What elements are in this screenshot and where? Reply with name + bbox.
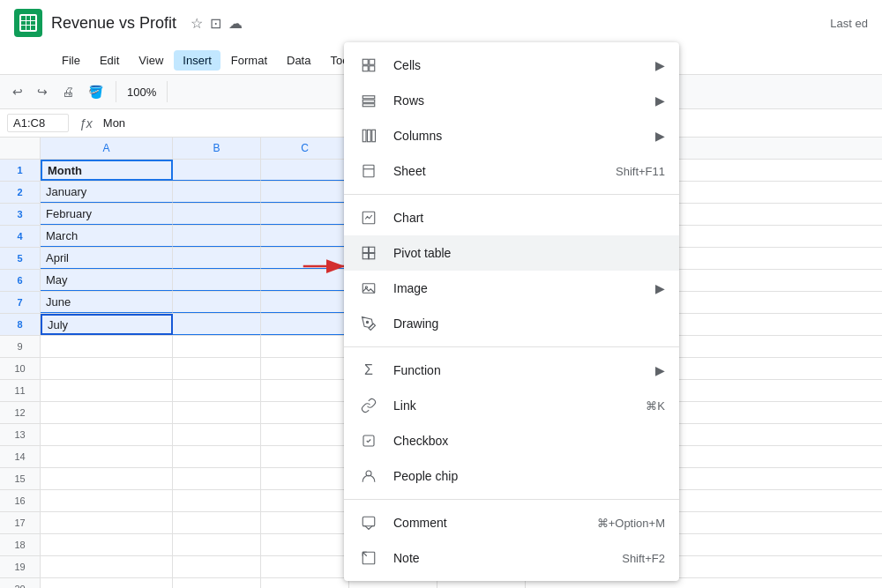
cell-b1[interactable] [173,160,261,181]
menu-item-chart[interactable]: Chart [344,200,679,235]
cell-b6[interactable] [173,270,261,291]
print-button[interactable]: 🖨 [56,81,79,102]
cell-a1[interactable]: Month [41,160,173,181]
link-icon [358,398,379,413]
people-chip-icon [358,468,379,484]
menu-edit[interactable]: Edit [91,50,128,71]
cell-c4[interactable] [261,226,349,247]
menu-item-people-chip[interactable]: People chip [344,458,679,494]
rows-icon [358,93,379,108]
checkbox-icon [358,433,379,449]
comment-icon [358,515,379,531]
menu-item-image[interactable]: Image ▶ [344,271,679,306]
comment-label: Comment [393,516,597,530]
menu-item-comment[interactable]: Comment ⌘+Option+M [344,505,679,540]
drawing-icon [358,316,379,331]
folder-icon[interactable]: ⊡ [210,15,221,32]
svg-rect-5 [370,66,375,71]
drawing-label: Drawing [393,316,665,331]
row-num-1: 1 [0,160,41,181]
svg-rect-12 [363,165,374,177]
toolbar-divider-1 [116,81,116,102]
cell-a5[interactable]: April [41,248,173,269]
cloud-icon[interactable]: ☁ [228,15,243,32]
image-icon [358,280,379,296]
cell-a4[interactable]: March [41,226,173,247]
row-num-5: 5 [0,248,41,269]
col-header-c[interactable]: C [261,138,349,159]
cell-a3[interactable]: February [41,204,173,225]
cell-c8[interactable] [261,314,349,335]
svg-rect-7 [363,100,375,102]
undo-button[interactable]: ↩ [7,81,28,102]
row-num-3: 3 [0,204,41,225]
menu-item-rows[interactable]: Rows ▶ [344,83,679,118]
svg-rect-2 [363,59,368,64]
redo-button[interactable]: ↪ [32,81,53,102]
svg-rect-10 [368,130,371,142]
svg-rect-4 [363,66,368,71]
row-num-6: 6 [0,270,41,291]
cell-c2[interactable] [261,182,349,203]
paint-format-button[interactable]: 🪣 [83,81,108,102]
cell-b2[interactable] [173,182,261,203]
people-chip-label: People chip [393,469,665,483]
app-icon [14,9,42,37]
menu-format[interactable]: Format [222,50,276,71]
toolbar-divider-2 [167,81,168,102]
divider-2 [344,346,679,347]
cells-arrow: ▶ [655,58,665,72]
columns-label: Columns [393,129,648,143]
menu-data[interactable]: Data [278,50,319,71]
cell-reference[interactable]: A1:C8 [7,114,69,132]
cell-b7[interactable] [173,292,261,313]
sheet-icon [358,163,379,179]
row-num-9: 9 [0,336,41,357]
cell-c1[interactable] [261,160,349,181]
svg-rect-11 [372,130,376,142]
menu-item-columns[interactable]: Columns ▶ [344,118,679,153]
menu-item-checkbox[interactable]: Checkbox [344,423,679,458]
menu-item-drawing[interactable]: Drawing [344,306,679,341]
columns-icon [358,128,379,144]
menu-item-function[interactable]: Σ Function ▶ [344,353,679,388]
menu-item-pivot-table[interactable]: Pivot table [344,235,679,271]
cell-b5[interactable] [173,248,261,269]
comment-shortcut: ⌘+Option+M [597,517,665,530]
cell-a6[interactable]: May [41,270,173,291]
svg-rect-6 [363,96,375,99]
menu-view[interactable]: View [130,50,172,71]
cell-a9[interactable] [41,336,173,357]
divider-3 [344,499,679,500]
star-icon[interactable]: ☆ [191,15,203,32]
cell-c3[interactable] [261,204,349,225]
menu-item-sheet[interactable]: Sheet Shift+F11 [344,153,679,189]
sheet-shortcut: Shift+F11 [616,165,665,178]
zoom-select[interactable]: 100% [123,84,160,100]
cells-icon [358,57,379,73]
cell-a2[interactable]: January [41,182,173,203]
menu-item-note[interactable]: Note Shift+F2 [344,540,679,576]
rows-arrow: ▶ [655,93,665,108]
cell-a7[interactable]: June [41,292,173,313]
col-header-b[interactable]: B [173,138,261,159]
cell-b4[interactable] [173,226,261,247]
svg-rect-17 [363,253,369,259]
menu-insert[interactable]: Insert [174,50,220,71]
svg-rect-26 [363,517,375,526]
menu-item-cells[interactable]: Cells ▶ [344,48,679,83]
cell-b3[interactable] [173,204,261,225]
col-header-a[interactable]: A [41,138,173,159]
doc-title[interactable]: Revenue vs Profit [51,14,176,33]
row-num-header [0,138,41,159]
divider-1 [344,194,679,195]
image-arrow: ▶ [655,281,665,295]
menu-file[interactable]: File [53,50,89,71]
title-bar: Revenue vs Profit ☆ ⊡ ☁ Last ed [0,0,882,46]
cell-b8[interactable] [173,314,261,335]
cell-a8[interactable]: July [41,314,173,335]
note-label: Note [393,551,622,565]
menu-item-link[interactable]: Link ⌘K [344,388,679,423]
cell-c7[interactable] [261,292,349,313]
function-icon: Σ [358,362,379,378]
